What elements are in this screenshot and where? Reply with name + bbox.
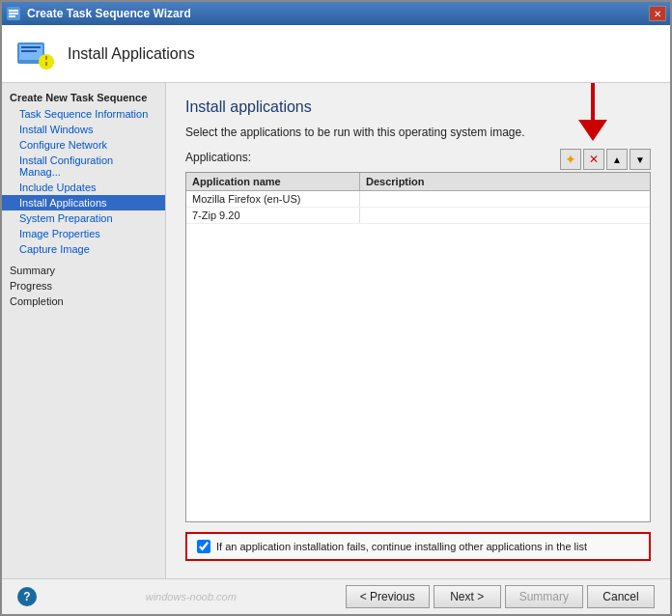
footer-buttons: < Previous Next > Summary Cancel xyxy=(346,585,655,608)
toolbar-buttons: ✦ ✕ ▲ ▼ xyxy=(560,149,651,170)
svg-rect-10 xyxy=(45,62,47,66)
apps-label: Applications: xyxy=(185,151,251,164)
title-bar: Create Task Sequence Wizard ✕ xyxy=(2,2,670,25)
content-area: Install applications Select the applicat… xyxy=(166,83,670,578)
col-header-name: Application name xyxy=(186,173,360,190)
table-row[interactable]: Mozilla Firefox (en-US) xyxy=(186,191,650,208)
sidebar: Create New Task Sequence Task Sequence I… xyxy=(2,83,166,578)
title-bar-left: Create Task Sequence Wizard xyxy=(6,6,191,21)
app-name-firefox: Mozilla Firefox (en-US) xyxy=(186,191,360,207)
header-title: Install Applications xyxy=(68,45,195,63)
sidebar-item-capture-image[interactable]: Capture Image xyxy=(2,241,165,257)
wizard-window: Create Task Sequence Wizard ✕ Install Ap… xyxy=(0,0,672,616)
sidebar-item-include-updates[interactable]: Include Updates xyxy=(2,180,165,195)
app-name-7zip: 7-Zip 9.20 xyxy=(186,208,360,223)
svg-rect-3 xyxy=(9,10,18,12)
sidebar-item-install-config-manager[interactable]: Install Configuration Manag... xyxy=(2,153,165,180)
sidebar-item-image-properties[interactable]: Image Properties xyxy=(2,226,165,241)
app-desc-7zip xyxy=(360,208,650,223)
sidebar-item-summary[interactable]: Summary xyxy=(2,263,165,278)
sidebar-item-install-windows[interactable]: Install Windows xyxy=(2,122,165,137)
add-application-button[interactable]: ✦ xyxy=(560,149,581,170)
application-list[interactable]: Application name Description Mozilla Fir… xyxy=(185,172,651,522)
cancel-button[interactable]: Cancel xyxy=(587,585,655,608)
sidebar-item-configure-network[interactable]: Configure Network xyxy=(2,137,165,153)
app-desc-firefox xyxy=(360,191,650,207)
sidebar-item-progress[interactable]: Progress xyxy=(2,278,165,294)
continue-on-failure-checkbox[interactable] xyxy=(197,540,210,553)
sidebar-item-completion[interactable]: Completion xyxy=(2,294,165,309)
window-title: Create Task Sequence Wizard xyxy=(27,7,191,20)
sidebar-item-task-sequence-info[interactable]: Task Sequence Information xyxy=(2,106,165,122)
continue-on-failure-row: If an application installation fails, co… xyxy=(185,532,651,561)
next-button[interactable]: Next > xyxy=(434,585,501,608)
header-banner: Install Applications xyxy=(2,25,670,83)
sidebar-section-header: Create New Task Sequence xyxy=(2,89,165,106)
previous-button[interactable]: < Previous xyxy=(346,585,430,608)
svg-rect-6 xyxy=(21,46,41,48)
move-up-button[interactable]: ▲ xyxy=(606,149,628,170)
help-button[interactable]: ? xyxy=(17,587,37,606)
move-up-icon: ▲ xyxy=(612,154,622,165)
continue-on-failure-label: If an application installation fails, co… xyxy=(216,541,587,552)
app-list-header: Application name Description xyxy=(186,173,650,191)
col-header-description: Description xyxy=(360,173,650,190)
remove-application-button[interactable]: ✕ xyxy=(583,149,604,170)
table-row[interactable]: 7-Zip 9.20 xyxy=(186,208,650,224)
sidebar-item-system-preparation[interactable]: System Preparation xyxy=(2,210,165,226)
header-icon xyxy=(15,35,54,73)
move-down-icon: ▼ xyxy=(635,154,645,165)
footer: ? windows-noob.com < Previous Next > Sum… xyxy=(2,578,670,614)
close-button[interactable]: ✕ xyxy=(649,6,666,21)
content-title: Install applications xyxy=(185,98,651,116)
svg-rect-1 xyxy=(9,13,18,14)
apps-toolbar-row: Applications: ✦ ✕ ▲ xyxy=(185,149,651,170)
svg-rect-9 xyxy=(45,56,47,60)
window-icon xyxy=(6,6,21,21)
watermark: windows-noob.com xyxy=(42,591,340,602)
svg-rect-7 xyxy=(21,50,37,52)
main-content: Create New Task Sequence Task Sequence I… xyxy=(2,83,670,578)
move-down-button[interactable]: ▼ xyxy=(630,149,651,170)
star-icon: ✦ xyxy=(565,152,576,167)
summary-button[interactable]: Summary xyxy=(505,585,583,608)
sidebar-item-install-applications[interactable]: Install Applications xyxy=(2,195,165,210)
svg-rect-2 xyxy=(9,15,15,17)
remove-icon: ✕ xyxy=(589,153,599,166)
content-description: Select the applications to be run with t… xyxy=(185,126,651,139)
